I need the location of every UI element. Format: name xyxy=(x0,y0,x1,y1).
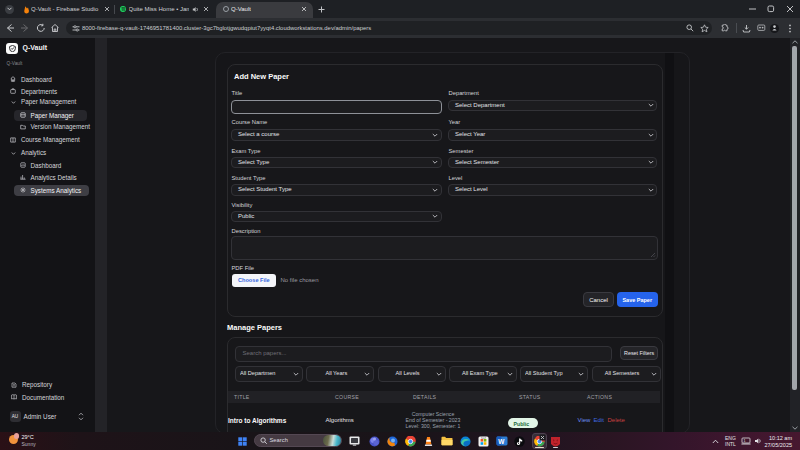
svg-text:W: W xyxy=(498,438,505,445)
svg-text:1: 1 xyxy=(743,439,745,443)
